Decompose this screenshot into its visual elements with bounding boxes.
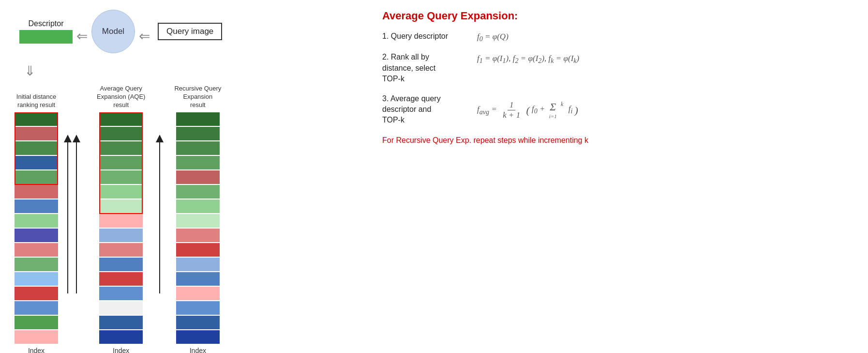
- index-label-rqe: Index: [190, 347, 206, 353]
- step-3-number: 3.: [382, 94, 390, 103]
- right-panel: Average Query Expansion: 1. Query descri…: [368, 0, 868, 353]
- bar-row: [99, 112, 143, 126]
- bar-row: [99, 243, 143, 257]
- bar-row: [15, 287, 58, 300]
- step-1-text: 1. Query descriptor: [382, 31, 469, 42]
- bar-row: [15, 141, 58, 155]
- bar-row: [15, 258, 58, 271]
- bar-row: [99, 156, 143, 169]
- bar-row: [176, 243, 220, 257]
- bar-row: [15, 170, 58, 184]
- arrows-col2-col3: [145, 109, 174, 334]
- bar-row: [15, 156, 58, 169]
- arrows-svg-1-2: [58, 109, 97, 332]
- recursive-note: For Recursive Query Exp. repeat steps wh…: [382, 135, 853, 146]
- bar-row: [15, 243, 58, 257]
- columns-area: Initial distance ranking result: [15, 83, 363, 353]
- step-1-formula: f0 = φ(Q): [477, 31, 509, 43]
- column-aqe: Average Query Expansion (AQE) result: [97, 83, 145, 353]
- bar-row: [176, 301, 220, 315]
- bar-row: [99, 287, 143, 300]
- bar-row: [99, 214, 143, 228]
- bar-row: [15, 301, 58, 315]
- bar-row: [176, 258, 220, 271]
- query-image-label: Query image: [166, 27, 213, 36]
- query-image-box: Query image: [158, 23, 222, 40]
- bar-row: [15, 127, 58, 140]
- col-label-initial: Initial distance ranking result: [16, 83, 56, 109]
- step-1: 1. Query descriptor f0 = φ(Q): [382, 31, 853, 43]
- bar-row: [176, 112, 220, 126]
- bar-row: [99, 330, 143, 344]
- column-initial: Initial distance ranking result: [15, 83, 58, 353]
- descriptor-label: Descriptor: [29, 19, 64, 28]
- bar-row: [176, 156, 220, 169]
- bar-row: [176, 185, 220, 199]
- bar-row: [99, 127, 143, 140]
- bar-row: [99, 141, 143, 155]
- descriptor-bar: [19, 30, 73, 44]
- model-label: Model: [102, 27, 124, 36]
- bar-row: [15, 200, 58, 213]
- recursive-note-text: For Recursive Query Exp. repeat steps wh…: [382, 136, 588, 144]
- step-1-number: 1.: [382, 32, 391, 40]
- top-row: Descriptor ⇐ Model ⇐ Query image: [15, 10, 363, 53]
- bar-row: [15, 112, 58, 126]
- bar-row: [99, 258, 143, 271]
- bar-row: [99, 272, 143, 286]
- bar-row: [99, 185, 143, 199]
- arrow-down-container: ⇓: [15, 63, 363, 79]
- bar-row: [99, 229, 143, 242]
- arrow-left-2: ⇐: [139, 28, 150, 44]
- section-title: Average Query Expansion:: [382, 10, 853, 22]
- bar-row: [15, 214, 58, 228]
- step-1-label: Query descriptor: [391, 32, 448, 40]
- bar-row: [176, 229, 220, 242]
- arrows-col1-col2: [58, 109, 97, 334]
- step-3-formula: favg = 1 k + 1 ( f0 + Σ i=1 k fi ): [477, 99, 578, 120]
- bar-row: [15, 316, 58, 329]
- bar-row: [176, 330, 220, 344]
- bar-row: [176, 272, 220, 286]
- descriptor-block: Descriptor: [19, 19, 73, 44]
- bar-row: [99, 170, 143, 184]
- bar-row: [99, 200, 143, 213]
- col-label-aqe: Average Query Expansion (AQE) result: [97, 83, 145, 109]
- step-3-text: 3. Average querydescriptor andTOP-k: [382, 93, 469, 126]
- bars-aqe: [99, 112, 143, 344]
- step-2-number: 2.: [382, 53, 391, 61]
- bar-row: [176, 127, 220, 140]
- index-label-aqe: Index: [113, 347, 129, 353]
- col-label-rqe: Recursive Query Expansion result: [174, 83, 221, 109]
- step-2-text: 2. Rank all bydistance, selectTOP-k: [382, 52, 469, 84]
- step-2-formula: f1 = φ(I1), f2 = φ(I2), fk = φ(Ik): [477, 52, 579, 65]
- bars-rqe: [176, 112, 220, 344]
- bar-row: [99, 301, 143, 315]
- bar-row: [15, 330, 58, 344]
- bar-row: [176, 200, 220, 213]
- step-3: 3. Average querydescriptor andTOP-k favg…: [382, 93, 853, 126]
- step-2: 2. Rank all bydistance, selectTOP-k f1 =…: [382, 52, 853, 84]
- left-panel: Descriptor ⇐ Model ⇐ Query image ⇓ Initi…: [0, 0, 368, 353]
- bar-row: [15, 229, 58, 242]
- bar-row: [176, 170, 220, 184]
- bar-row: [176, 214, 220, 228]
- arrow-down-icon: ⇓: [24, 63, 35, 79]
- step-3-label: Average querydescriptor andTOP-k: [382, 94, 441, 124]
- model-circle: Model: [91, 10, 135, 53]
- bar-row: [15, 272, 58, 286]
- arrow-left-1: ⇐: [76, 28, 88, 44]
- arrows-svg-2-3: [145, 109, 174, 332]
- column-rqe: Recursive Query Expansion result Ind: [174, 83, 221, 353]
- bar-row: [176, 141, 220, 155]
- bars-initial: [15, 112, 58, 344]
- bar-row: [99, 316, 143, 329]
- bar-row: [176, 316, 220, 329]
- index-label-initial: Index: [28, 347, 45, 353]
- bar-row: [15, 185, 58, 199]
- bar-row: [176, 287, 220, 300]
